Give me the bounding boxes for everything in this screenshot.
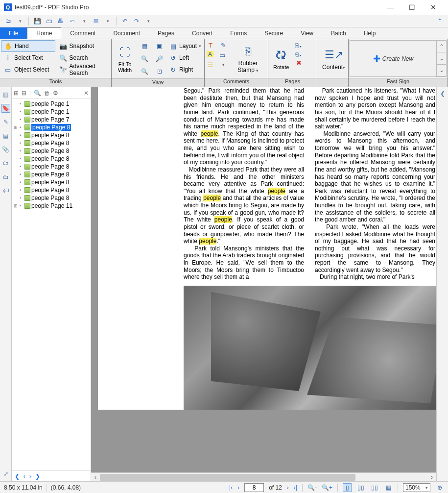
content-button[interactable]: ☰↗ Content▾ (318, 40, 349, 77)
panel-prev-icon[interactable]: ‹ (24, 473, 25, 480)
bookmarks-panel-icon[interactable]: 🔖 (1, 104, 10, 113)
bookmark-item[interactable]: •people Page 8 (12, 186, 91, 194)
fit-width-button[interactable]: ⛶ Fit To Width (113, 40, 137, 77)
open-dropdown-icon[interactable]: ▾ (15, 16, 25, 26)
rotate-left-button[interactable]: ↺Left (167, 52, 203, 64)
first-page-icon[interactable]: |‹ (229, 484, 233, 491)
collapse-ribbon-icon[interactable]: ⌃ (437, 18, 445, 25)
zoom-out-icon[interactable]: 🔍- (307, 484, 317, 491)
fastsign-more-icon[interactable]: ⌄ (436, 65, 446, 76)
menu-document[interactable]: Document (104, 27, 149, 39)
signatures-panel-icon[interactable]: ✎ (1, 118, 10, 126)
layout-button[interactable]: ▤Layout▾ (167, 40, 203, 52)
pan-zoom-icon[interactable]: ⊡ (153, 66, 166, 77)
fit-icon[interactable]: ⊕ (435, 483, 444, 492)
highlight-icon[interactable]: A (207, 51, 213, 57)
comments-panel-icon[interactable]: 🗂 (1, 159, 10, 168)
delete-bookmark-icon[interactable]: 🗑 (44, 90, 50, 97)
bookmark-item[interactable]: •people Page 8 (12, 131, 91, 139)
rubber-stamp-button[interactable]: ⎘ Rubber Stamp ▾ (229, 40, 267, 77)
bookmark-item[interactable]: •people Page 8 (12, 147, 91, 155)
collapse-all-icon[interactable]: ⊟ (22, 90, 26, 97)
facing-continuous-view-icon[interactable]: ▦ (384, 483, 393, 492)
note-icon[interactable]: ☰ (207, 61, 214, 69)
single-page-view-icon[interactable]: ▯ (343, 483, 352, 492)
page-number-input[interactable] (244, 483, 264, 492)
delete-page-icon[interactable]: ✖ (295, 59, 303, 67)
zoom-in-icon[interactable]: 🔍+ (322, 484, 332, 491)
print-icon[interactable]: 🖶 (55, 16, 66, 26)
insert-icon[interactable]: ⎗▾ (295, 50, 303, 58)
hand-tool[interactable]: ✋Hand (1, 40, 55, 52)
history-dropdown-icon[interactable]: ▾ (143, 16, 154, 26)
dropdown-icon[interactable]: ▾ (219, 61, 227, 69)
close-button[interactable]: ✕ (423, 0, 444, 14)
redo-icon[interactable]: ↷ (131, 16, 142, 26)
panel-last-icon[interactable]: ❯ (35, 473, 40, 480)
minimize-button[interactable]: — (379, 0, 401, 14)
bookmark-item[interactable]: •people Page 1 (12, 100, 91, 108)
bookmark-item[interactable]: •people Page 8 (12, 194, 91, 202)
menu-file[interactable]: File (0, 27, 27, 39)
scroll-left-icon[interactable]: ‹ (91, 474, 100, 481)
rotate-button[interactable]: 🗘 Rotate (269, 40, 293, 77)
fastsign-create-button[interactable]: ✚Create New (350, 41, 436, 76)
extract-icon[interactable]: ⎘▾ (295, 41, 303, 49)
bookmark-item[interactable]: •people Page 8 (12, 178, 91, 186)
revert-dropdown-icon[interactable]: ▾ (79, 16, 90, 26)
menu-help[interactable]: Help (355, 27, 385, 39)
tree-twist-icon[interactable]: ⊞ (14, 125, 19, 130)
scroll-right-icon[interactable]: › (427, 474, 436, 481)
continuous-view-icon[interactable]: ▯▯ (356, 483, 365, 492)
zoom-out-icon[interactable]: 🔎 (153, 53, 166, 65)
menu-batch[interactable]: Batch (322, 27, 355, 39)
select-text-tool[interactable]: ᎥSelect Text (1, 52, 55, 64)
menu-forms[interactable]: Forms (221, 27, 256, 39)
facing-view-icon[interactable]: ▯▯ (370, 483, 379, 492)
rect-icon[interactable]: ▭ (218, 51, 226, 59)
bookmark-item[interactable]: •people Page 1 (12, 108, 91, 116)
save-icon[interactable]: 💾 (32, 16, 43, 26)
panel-first-icon[interactable]: ❮ (15, 473, 20, 480)
bookmark-tree[interactable]: •people Page 1•people Page 1•people Page… (12, 99, 91, 470)
bookmark-item[interactable]: •people Page 8 (12, 163, 91, 171)
destinations-panel-icon[interactable]: 🗀 (1, 173, 10, 181)
bookmark-item[interactable]: •people Page 8 (12, 155, 91, 163)
text-annotation-icon[interactable]: T (207, 41, 214, 49)
scroll-thumb[interactable] (100, 474, 355, 481)
menu-pages[interactable]: Pages (149, 27, 183, 39)
fastsign-down-icon[interactable]: ⌄ (436, 52, 446, 64)
revert-icon[interactable]: ⤺ (67, 16, 78, 26)
pages-panel-icon[interactable]: ▥ (1, 90, 10, 99)
bookmark-item[interactable]: ⊞•people Page 11 (12, 202, 91, 210)
search-tool[interactable]: 🔍Search (56, 52, 111, 64)
save-all-icon[interactable]: 🗃 (44, 16, 54, 26)
close-panel-icon[interactable]: ✕ (84, 90, 89, 97)
undo-icon[interactable]: ↶ (119, 16, 130, 26)
fastsign-up-icon[interactable]: ⌃ (436, 41, 446, 52)
panel-next-icon[interactable]: › (29, 473, 31, 480)
attachments-panel-icon[interactable]: 📎 (1, 145, 10, 154)
object-select-tool[interactable]: ▭Object Select (1, 64, 55, 75)
document-viewport[interactable]: Segou." Park reminded them that he had b… (91, 87, 436, 481)
bookmark-item[interactable]: •people Page 8 (12, 171, 91, 178)
zoom-in-icon[interactable]: 🔍 (138, 53, 152, 65)
menu-comment[interactable]: Comment (61, 27, 104, 39)
rotate-right-button[interactable]: ↻Right (167, 64, 203, 75)
tree-twist-icon[interactable]: ⊞ (14, 203, 19, 208)
mail-dropdown-icon[interactable]: ▾ (102, 16, 113, 26)
bookmark-item[interactable]: ⊞•people Page 8 (12, 123, 91, 131)
tags-panel-icon[interactable]: 🏷 (1, 186, 10, 195)
snapshot-tool[interactable]: 📷Snapshot (56, 40, 111, 52)
last-page-icon[interactable]: ›| (294, 484, 297, 491)
actual-size-icon[interactable]: ▦ (138, 40, 152, 52)
right-collapse-icon[interactable]: ❮ (440, 90, 445, 97)
mail-icon[interactable]: ✉ (91, 16, 101, 26)
loupe-icon[interactable]: 🔍 (138, 66, 152, 77)
layers-panel-icon[interactable]: ▤ (1, 131, 10, 140)
next-page-icon[interactable]: › (287, 484, 289, 491)
menu-view[interactable]: View (292, 27, 322, 39)
options-icon[interactable]: ⚙ (53, 90, 58, 97)
horizontal-scrollbar[interactable]: ‹ › (91, 472, 436, 481)
menu-home[interactable]: Home (27, 27, 61, 39)
